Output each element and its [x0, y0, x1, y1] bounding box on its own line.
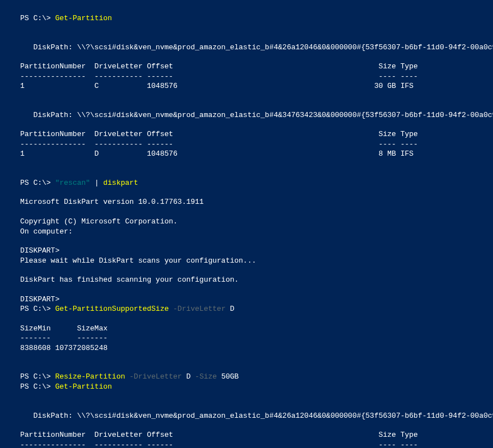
table-header: PartitionNumber DriveLetter Offset Size …: [20, 62, 473, 72]
table-divider: --------------- ----------- ------ ---- …: [20, 72, 473, 82]
param-value: D: [230, 305, 234, 313]
diskpart-prompt: DISKPART>: [20, 295, 473, 305]
table-row: 1 C 1048576 30 GB IFS: [20, 81, 473, 91]
table-divider: --------------- ----------- ------ ---- …: [20, 440, 473, 448]
param-driveletter: -DriveLetter: [125, 372, 186, 381]
string-rescan: "rescan": [55, 179, 90, 187]
ps-prompt: PS C:\>: [20, 179, 55, 187]
size-divider: ------- -------: [20, 333, 473, 343]
table-header: PartitionNumber DriveLetter Offset Size …: [20, 129, 473, 139]
table-divider: --------------- ----------- ------ ---- …: [20, 139, 473, 150]
cmd-diskpart: diskpart: [103, 179, 138, 187]
diskpart-done: DiskPart has finished scanning your conf…: [20, 275, 473, 285]
diskpath-line: DiskPath: \\?\scsi#disk&ven_nvme&prod_am…: [20, 110, 473, 120]
param-value: 50GB: [221, 372, 239, 381]
diskpart-copyright: Copyright (C) Microsoft Corporation.: [20, 217, 473, 227]
cmdlet-get-partitionsupportedsize: Get-PartitionSupportedSize: [55, 305, 169, 313]
diskpath-line: DiskPath: \\?\scsi#disk&ven_nvme&prod_am…: [20, 411, 473, 421]
diskpart-computer: On computer:: [20, 227, 473, 237]
diskpart-prompt: DISKPART>: [20, 246, 473, 256]
table-header: PartitionNumber DriveLetter Offset Size …: [20, 430, 473, 440]
diskpart-wait: Please wait while DiskPart scans your co…: [20, 256, 473, 266]
param-driveletter: -DriveLetter: [169, 305, 230, 313]
terminal-output: PS C:\> Get-Partition DiskPath: \\?\scsi…: [20, 13, 473, 448]
diskpart-version: Microsoft DiskPart version 10.0.17763.19…: [20, 197, 473, 207]
size-row: 8388608 107372085248: [20, 343, 473, 353]
diskpath-line: DiskPath: \\?\scsi#disk&ven_nvme&prod_am…: [20, 43, 473, 53]
ps-prompt: PS C:\>: [20, 305, 55, 313]
table-row: 1 D 1048576 8 MB IFS: [20, 149, 473, 159]
cmdlet-get-partition: Get-Partition: [55, 14, 111, 22]
cmdlet-get-partition: Get-Partition: [55, 382, 111, 391]
ps-prompt: PS C:\>: [20, 382, 55, 391]
ps-prompt: PS C:\>: [20, 372, 55, 381]
cmdlet-resize-partition: Resize-Partition: [55, 372, 125, 381]
size-header: SizeMin SizeMax: [20, 324, 473, 334]
param-size: -Size: [190, 372, 221, 381]
pipe-operator: |: [90, 179, 103, 187]
ps-prompt: PS C:\>: [20, 14, 55, 22]
